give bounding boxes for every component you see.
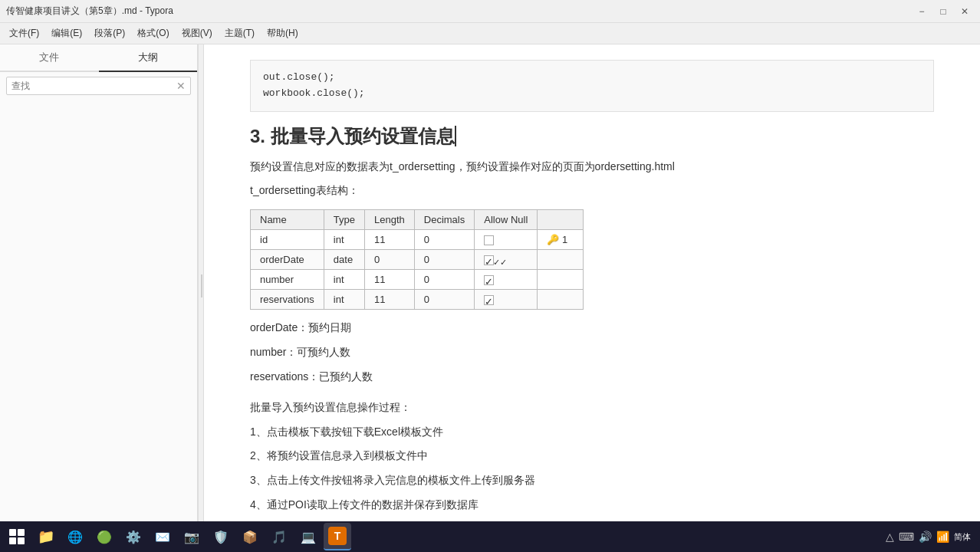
mail-icon: ✉️ <box>154 528 171 545</box>
process-item-1: 1、点击模板下载按钮下载Excel模板文件 <box>250 423 934 442</box>
field-null-number: ✓ <box>475 270 538 290</box>
field-decimals-orderdate: 0 <box>414 250 474 270</box>
outline-content <box>0 100 197 527</box>
main-layout: 文件 大纲 ✕ out.close(); workbook.close(); 3… <box>0 44 980 527</box>
paragraph-2: t_ordersetting表结构： <box>250 182 934 200</box>
edge-icon: 🌐 <box>67 528 84 545</box>
system-tray: △ ⌨ 🔊 📶 简体 <box>880 531 977 543</box>
paragraph-1: 预约设置信息对应的数据表为t_ordersetting，预约设置操作对应的页面为… <box>250 158 934 176</box>
process-item-4: 4、通过POI读取上传文件的数据并保存到数据库 <box>250 496 934 514</box>
field-desc-reservations: reservations：已预约人数 <box>250 368 934 386</box>
menu-item-v[interactable]: 视图(V) <box>176 24 219 43</box>
maximize-button[interactable]: □ <box>934 4 952 19</box>
field-extra-orderdate <box>538 250 584 270</box>
tab-outline[interactable]: 大纲 <box>99 44 198 72</box>
settings-icon: ⚙️ <box>125 528 142 545</box>
field-length-orderdate: 0 <box>365 250 415 270</box>
field-decimals-id: 0 <box>414 230 474 250</box>
chrome-icon: 🟢 <box>96 528 113 545</box>
close-button[interactable]: ✕ <box>955 4 974 19</box>
code-block: out.close(); workbook.close(); <box>250 60 934 112</box>
menu-item-p[interactable]: 段落(P) <box>88 24 131 43</box>
checkbox-reservations: ✓ <box>484 295 494 305</box>
col-extra <box>538 210 584 230</box>
field-null-id <box>475 230 538 250</box>
taskbar: 📁 🌐 🟢 ⚙️ ✉️ 📷 🛡️ 📦 🎵 💻 T △ ⌨ 🔊 📶 简体 <box>0 521 980 552</box>
checkbox-orderdate: ✓ <box>484 255 494 265</box>
sidebar-tabs: 文件 大纲 <box>0 44 197 72</box>
menu-item-f[interactable]: 文件(F) <box>3 24 45 43</box>
sidebar-divider[interactable] <box>198 44 204 527</box>
field-key-id: 🔑 1 <box>538 230 584 250</box>
field-null-orderdate: ✓ <box>475 250 538 270</box>
taskbar-start-button[interactable] <box>3 523 31 550</box>
field-type-id: int <box>324 230 364 250</box>
field-desc-orderdate: orderDate：预约日期 <box>250 319 934 337</box>
title-bar: 传智健康项目讲义（第5章）.md - Typora − □ ✕ <box>0 0 980 23</box>
key-icon: 🔑 <box>547 234 559 245</box>
code-line-2: workbook.close(); <box>263 86 921 102</box>
window-controls: − □ ✕ <box>913 4 974 19</box>
tray-network-icon[interactable]: 📶 <box>936 531 949 543</box>
taskbar-security[interactable]: 🛡️ <box>207 523 235 550</box>
field-decimals-reservations: 0 <box>414 290 474 310</box>
taskbar-terminal[interactable]: 💻 <box>294 523 322 550</box>
process-item-2: 2、将预约设置信息录入到模板文件中 <box>250 447 934 465</box>
file-explorer-icon: 📁 <box>38 528 54 545</box>
cursor <box>455 126 456 146</box>
system-tray-ime[interactable]: 简体 <box>954 531 971 543</box>
table-row: number int 11 0 ✓ <box>251 270 584 290</box>
tray-arrow-icon[interactable]: △ <box>886 531 894 543</box>
camera-icon: 📷 <box>183 528 200 545</box>
clear-search-button[interactable]: ✕ <box>172 78 190 94</box>
taskbar-edge[interactable]: 🌐 <box>61 523 89 550</box>
taskbar-mail[interactable]: ✉️ <box>149 523 176 550</box>
music-icon: 🎵 <box>271 528 288 545</box>
db-structure-table: Name Type Length Decimals Allow Null id … <box>250 209 584 310</box>
code-line-1: out.close(); <box>263 70 921 86</box>
minimize-button[interactable]: − <box>913 4 931 19</box>
taskbar-camera[interactable]: 📷 <box>178 523 206 550</box>
field-type-orderdate: date <box>324 250 364 270</box>
field-type-reservations: int <box>324 290 364 310</box>
col-type: Type <box>324 210 364 230</box>
taskbar-music[interactable]: 🎵 <box>265 523 293 550</box>
windows-logo-icon <box>9 529 25 544</box>
menu-item-h[interactable]: 帮助(H) <box>261 24 304 43</box>
checkbox-id <box>484 235 494 245</box>
field-null-reservations: ✓ <box>475 290 538 310</box>
shield-icon: 🛡️ <box>212 528 229 545</box>
menu-item-e[interactable]: 编辑(E) <box>45 24 88 43</box>
terminal-icon: 💻 <box>300 528 317 545</box>
menu-item-o[interactable]: 格式(O) <box>131 24 175 43</box>
taskbar-chrome[interactable]: 🟢 <box>90 523 118 550</box>
field-length-number: 11 <box>365 270 415 290</box>
checkbox-number: ✓ <box>484 275 494 285</box>
field-name-number: number <box>251 270 324 290</box>
col-allow-null: Allow Null <box>475 210 538 230</box>
field-name-orderdate: orderDate <box>251 250 324 270</box>
process-title: 批量导入预约设置信息操作过程： <box>250 399 934 417</box>
field-type-number: int <box>324 270 364 290</box>
window-title: 传智健康项目讲义（第5章）.md - Typora <box>6 5 173 18</box>
tray-volume-icon[interactable]: 🔊 <box>919 531 932 543</box>
col-decimals: Decimals <box>414 210 474 230</box>
taskbar-typora[interactable]: T <box>324 523 351 550</box>
search-input[interactable] <box>7 77 172 94</box>
taskbar-file-explorer[interactable]: 📁 <box>32 523 60 550</box>
editor-area[interactable]: out.close(); workbook.close(); 3. 批量导入预约… <box>204 44 980 527</box>
sidebar-search-container: ✕ <box>6 77 191 95</box>
field-length-reservations: 11 <box>365 290 415 310</box>
tray-keyboard-icon[interactable]: ⌨ <box>899 531 914 543</box>
field-name-reservations: reservations <box>251 290 324 310</box>
process-item-3: 3、点击上传文件按钮将录入完信息的模板文件上传到服务器 <box>250 472 934 490</box>
menu-bar: 文件(F)编辑(E)段落(P)格式(O)视图(V)主题(T)帮助(H) <box>0 23 980 44</box>
tab-file[interactable]: 文件 <box>0 44 99 71</box>
taskbar-settings[interactable]: ⚙️ <box>120 523 147 550</box>
menu-item-t[interactable]: 主题(T) <box>219 24 261 43</box>
field-extra-number <box>538 270 584 290</box>
col-name: Name <box>251 210 324 230</box>
field-desc-number: number：可预约人数 <box>250 343 934 362</box>
col-length: Length <box>365 210 415 230</box>
taskbar-package[interactable]: 📦 <box>236 523 264 550</box>
